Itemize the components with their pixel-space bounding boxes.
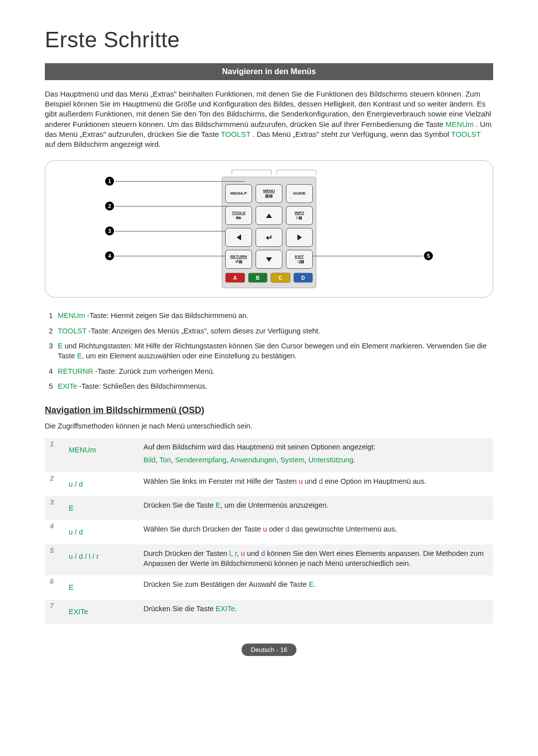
triangle-down-icon <box>266 257 272 262</box>
legend-item: 3E und Richtungstasten: Mit Hilfe der Ri… <box>45 341 493 361</box>
down-button <box>256 250 282 269</box>
triangle-up-icon <box>266 214 272 218</box>
step-number: 2 <box>45 472 64 496</box>
menu-link: Anwendungen <box>230 456 276 464</box>
inline-key: EXITe <box>216 605 235 613</box>
legend-key: E <box>58 342 65 350</box>
step-description: Drücken Sie die Taste E, um die Untermen… <box>138 496 493 520</box>
intro-paragraph: Das Hauptmenü und das Menü „Extras" bein… <box>45 89 493 150</box>
callout-5: 5 <box>424 251 433 260</box>
legend-body: MENUm -Taste: Hiermit zeigen Sie das Bil… <box>58 311 493 321</box>
info-button: INFO i ▤ <box>286 206 313 225</box>
tools-button: TOOLS ⎚▤ <box>225 206 252 225</box>
menu-button: MENU ▥▤ <box>256 184 282 203</box>
page-title: Erste Schritte <box>45 25 493 54</box>
osd-intro: Die Zugriffsmethoden können je nach Menü… <box>45 422 493 432</box>
inline-key: d <box>285 525 289 533</box>
callout-1: 1 <box>105 177 114 186</box>
color-a-button: A <box>225 273 245 283</box>
callout-line <box>293 256 423 256</box>
exit-icon: →▯▤ <box>294 259 304 265</box>
inline-key: d <box>319 477 323 485</box>
step-key: EXITe <box>64 600 138 624</box>
up-button <box>256 206 282 225</box>
legend-num: 2 <box>45 326 53 336</box>
legend-num: 3 <box>45 341 53 361</box>
step-description: Drücken Sie zum Bestätigen der Auswahl d… <box>138 575 493 599</box>
step-key: E <box>64 575 138 599</box>
step-number: 1 <box>45 438 64 472</box>
osd-heading: Navigation im Bildschirmmenü (OSD) <box>45 404 493 416</box>
legend-body: RETURNR -Taste: Zurück zum vorherigen Me… <box>58 366 493 376</box>
legend-num: 5 <box>45 381 53 391</box>
callout-4: 4 <box>105 251 114 260</box>
legend-num: 1 <box>45 311 53 321</box>
step-key: u / d <box>64 472 138 496</box>
legend-item: 2TOOLST -Taste: Anzeigen des Menüs „Extr… <box>45 326 493 336</box>
legend-body: TOOLST -Taste: Anzeigen des Menüs „Extra… <box>58 326 493 336</box>
legend-item: 5EXITe -Taste: Schließen des Bildschirmm… <box>45 381 493 391</box>
intro-text: auf dem Bildschirm angezeigt wird. <box>45 140 161 148</box>
info-icon: i ▤ <box>296 216 302 221</box>
step-description: Wählen Sie durch Drücken der Taste u ode… <box>138 520 493 544</box>
enter-button: ↵ <box>256 228 282 247</box>
exit-button: EXIT →▯▤ <box>286 250 313 269</box>
color-d-button: D <box>293 273 313 283</box>
step-key: u / d <box>64 520 138 544</box>
menu-key-label: MENUm <box>445 120 474 128</box>
intro-text: . Das Menü „Extras" steht zur Verfügung,… <box>253 130 451 138</box>
step-description: Drücken Sie die Taste EXITe. <box>138 600 493 624</box>
inline-key: oder <box>267 525 285 533</box>
inline-key: , <box>237 549 241 557</box>
footer-pill: Deutsch - 16 <box>242 644 296 656</box>
tools-key-label: TOOLST <box>451 130 481 138</box>
legend-body: EXITe -Taste: Schließen des Bildschirmme… <box>58 381 493 391</box>
return-icon: ↺▤ <box>235 259 243 265</box>
step-key: E <box>64 496 138 520</box>
tools-key-label: TOOLST <box>221 130 250 138</box>
right-button <box>286 228 313 247</box>
step-number: 3 <box>45 496 64 520</box>
step-row: 7EXITeDrücken Sie die Taste EXITe. <box>45 600 493 624</box>
step-row: 2u / dWählen Sie links im Fenster mit Hi… <box>45 472 493 496</box>
step-row: 4u / dWählen Sie durch Drücken der Taste… <box>45 520 493 544</box>
legend-item: 1MENUm -Taste: Hiermit zeigen Sie das Bi… <box>45 311 493 321</box>
callout-2: 2 <box>105 202 114 211</box>
legend-num: 4 <box>45 366 53 376</box>
inline-key: u <box>263 525 267 533</box>
inline-key: E <box>216 501 221 509</box>
menu-link: Ton <box>159 456 171 464</box>
callout-line <box>115 206 245 207</box>
callout-3: 3 <box>105 226 114 235</box>
legend-key: TOOLST <box>58 327 89 335</box>
legend-key: RETURNR <box>58 367 95 375</box>
inline-key: , <box>231 549 235 557</box>
guide-button: GUIDE <box>286 184 313 203</box>
osd-steps-table: 1MENUmAuf dem Bildschirm wird das Hauptm… <box>45 438 493 624</box>
return-button: RETURN ↺▤ <box>225 250 252 269</box>
step-key: MENUm <box>64 438 138 472</box>
menu-icon: ▥▤ <box>265 194 273 199</box>
step-number: 6 <box>45 575 64 599</box>
legend-key: EXITe <box>58 382 79 390</box>
legend-key: E <box>77 352 82 360</box>
step-row: 6EDrücken Sie zum Bestätigen der Auswahl… <box>45 575 493 599</box>
remote-figure: 1 2 3 4 5 MEDIA.P MENU ▥▤ GUIDE TOOLS ⎚▤ <box>45 160 493 298</box>
menu-link: System <box>280 456 304 464</box>
tools-icon: ⎚▤ <box>236 216 241 221</box>
remote-top-tabs <box>222 170 316 175</box>
page-footer: Deutsch - 16 <box>45 644 493 656</box>
legend-list: 1MENUm -Taste: Hiermit zeigen Sie das Bi… <box>45 311 493 391</box>
menu-link: Bild <box>143 456 155 464</box>
step-description: Durch Drücken der Tasten l, r, u und d k… <box>138 544 493 576</box>
step-row: 3EDrücken Sie die Taste E, um die Unterm… <box>45 496 493 520</box>
legend-body: E und Richtungstasten: Mit Hilfe der Ric… <box>58 341 493 361</box>
intro-text: Das Hauptmenü und das Menü „Extras" bein… <box>45 90 491 128</box>
step-key: u / d / l / r <box>64 544 138 576</box>
inline-key: u <box>299 477 303 485</box>
inline-key: und <box>303 477 319 485</box>
enter-icon: ↵ <box>266 232 272 243</box>
color-c-button: C <box>270 273 290 283</box>
inline-key: E <box>309 580 314 588</box>
step-row: 1MENUmAuf dem Bildschirm wird das Hauptm… <box>45 438 493 472</box>
